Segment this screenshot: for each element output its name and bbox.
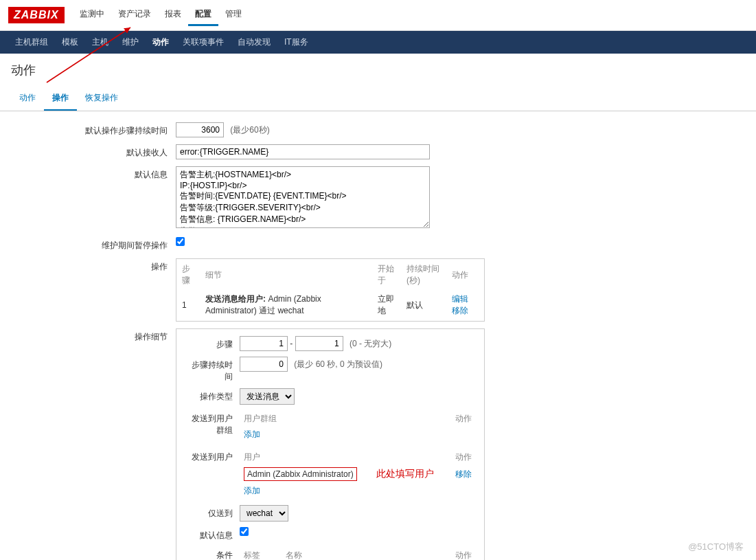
ops-duration: 默认 (402, 291, 446, 320)
user-annotation: 此处填写用户 (376, 468, 434, 479)
operations-table: 步骤 细节 开始于 持续时间(秒) 动作 1 发送消息给用户: Admin (Z… (176, 258, 485, 322)
sub-menu-item[interactable]: 主机 (85, 31, 115, 54)
tab-item[interactable]: 操作 (44, 87, 77, 111)
sub-menu-item[interactable]: IT服务 (277, 31, 315, 54)
user-add-link[interactable]: 添加 (244, 486, 260, 495)
label-only-send: 仅送到 (185, 505, 240, 519)
sub-menu-item[interactable]: 模板 (55, 31, 85, 54)
top-menu-item[interactable]: 监测中 (73, 4, 111, 26)
top-menu: 监测中资产记录报表配置管理 (73, 4, 249, 26)
label-pause-maint: 维护期间暂停操作 (11, 237, 176, 251)
group-th-action: 动作 (390, 412, 474, 426)
label-op-type: 操作类型 (185, 388, 240, 403)
group-add-link[interactable]: 添加 (244, 429, 260, 439)
label-send-to-user: 发送到用户 (185, 449, 240, 463)
default-recipient-input[interactable] (176, 144, 430, 159)
sub-menu-item[interactable]: 关联项事件 (176, 31, 231, 54)
sub-menu: 主机群组模板主机维护动作关联项事件自动发现IT服务 (0, 31, 756, 54)
only-send-select[interactable]: wechat (240, 505, 288, 522)
sub-menu-item[interactable]: 自动发现 (231, 31, 277, 54)
sub-menu-item[interactable]: 动作 (146, 31, 176, 54)
cond-th-name: 名称 (283, 548, 433, 560)
sub-menu-item[interactable]: 维护 (115, 31, 146, 54)
ops-start: 立即地 (374, 291, 401, 320)
ops-th-detail: 细节 (201, 260, 372, 289)
label-send-to-group: 发送到用户群组 (185, 410, 240, 436)
tab-item[interactable]: 动作 (11, 87, 44, 111)
tabs: 动作操作恢复操作 (0, 87, 756, 111)
tab-item[interactable]: 恢复操作 (77, 87, 126, 111)
selected-user: Admin (Zabbix Administrator) (244, 467, 357, 481)
user-remove-link[interactable]: 移除 (455, 469, 472, 479)
ops-detail-prefix: 发送消息给用户: (205, 294, 266, 304)
ops-th-step: 步骤 (178, 260, 200, 289)
operation-detail-box: 步骤 - (0 - 无穷大) 步骤持续时间 (最少 60 秒, 0 为预设值) (176, 328, 485, 560)
ops-row: 1 发送消息给用户: Admin (Zabbix Administrator) … (178, 291, 483, 320)
duration-hint: (最少60秒) (230, 125, 269, 135)
step-duration-input[interactable] (240, 357, 288, 372)
sub-menu-item[interactable]: 主机群组 (8, 31, 55, 54)
top-menu-item[interactable]: 资产记录 (111, 4, 158, 26)
default-duration-input[interactable] (176, 122, 224, 137)
label-default-recipient: 默认接收人 (11, 144, 176, 159)
ops-th-action: 动作 (448, 260, 483, 289)
step-hint: (0 - 无穷大) (350, 339, 391, 348)
default-info-checkbox[interactable] (240, 527, 249, 536)
label-step: 步骤 (185, 336, 240, 350)
cond-th-action: 动作 (434, 548, 474, 560)
user-th-action: 动作 (451, 450, 474, 464)
group-th-user: 用户群组 (241, 412, 389, 426)
pause-maintenance-checkbox[interactable] (176, 237, 185, 246)
ops-th-duration: 持续时间(秒) (402, 260, 446, 289)
label-conditions: 条件 (185, 547, 240, 560)
watermark: @51CTO博客 (688, 541, 744, 553)
label-default-info: 默认信息 (11, 166, 176, 181)
ops-th-start: 开始于 (374, 260, 401, 289)
user-th-user: 用户 (241, 450, 450, 464)
step-from-input[interactable] (240, 336, 288, 351)
step-duration-hint: (最少 60 秒, 0 为预设值) (294, 359, 382, 369)
label-operations: 操作 (11, 258, 176, 273)
page-title: 动作 (0, 54, 756, 87)
step-to-input[interactable] (295, 336, 343, 351)
label-op-details: 操作细节 (11, 328, 176, 343)
default-info-textarea[interactable]: 告警主机:{HOSTNAME1}<br/> IP:{HOST.IP}<br/> … (176, 166, 430, 228)
label-default-info-chk: 默认信息 (185, 527, 240, 541)
top-menu-item[interactable]: 配置 (188, 4, 218, 26)
ops-edit-link[interactable]: 编辑 (452, 294, 468, 304)
top-menu-item[interactable]: 报表 (158, 4, 188, 26)
top-menu-item[interactable]: 管理 (218, 4, 249, 26)
ops-step: 1 (178, 291, 200, 320)
label-default-duration: 默认操作步骤持续时间 (11, 122, 176, 137)
ops-remove-link[interactable]: 移除 (452, 306, 468, 315)
label-step-duration: 步骤持续时间 (185, 357, 240, 383)
logo: ZABBIX (8, 7, 65, 23)
cond-th-label: 标签 (241, 548, 282, 560)
op-type-select[interactable]: 发送消息 (240, 388, 295, 405)
